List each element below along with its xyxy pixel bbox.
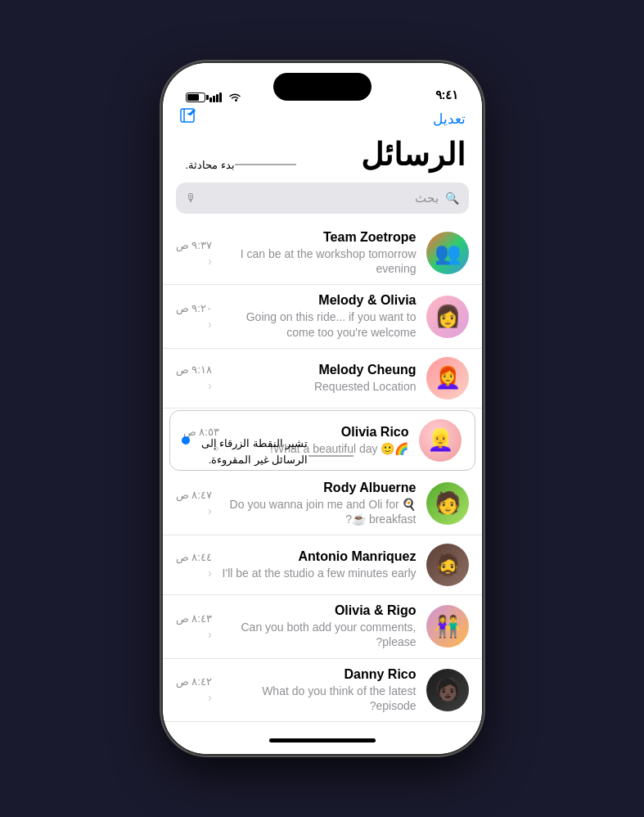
message-preview: I can be at the workshop tomorrow evenin…	[218, 246, 417, 276]
chevron-icon: ‹	[208, 379, 212, 392]
phone-screen: ٩:٤١ تعديل الرسائل	[163, 63, 482, 754]
message-meta: ٩:٣٧ ص ‹	[176, 239, 212, 268]
signal-icon	[209, 93, 224, 102]
avatar: 👱‍♀️	[419, 419, 462, 462]
message-item[interactable]: 👥 Team Zoetrope I can be at the workshop…	[163, 222, 482, 285]
message-item[interactable]: 🧑 Rody Albuerne Do you wanna join me and…	[163, 472, 482, 535]
avatar: 👥	[426, 232, 469, 274]
message-meta: ٨:٤٢ ص ‹	[176, 675, 212, 704]
message-name: Team Zoetrope	[218, 230, 417, 245]
message-preview: Requested Location	[218, 379, 417, 394]
unread-indicator	[182, 436, 190, 445]
page-title-row: الرسائل	[163, 137, 482, 183]
phone-frame: ٩:٤١ تعديل الرسائل	[163, 63, 482, 754]
messages-list: 👥 Team Zoetrope I can be at the workshop…	[163, 222, 482, 726]
svg-rect-0	[209, 97, 212, 102]
message-time: ٨:٤٢ ص	[176, 675, 212, 688]
message-name: Olivia Rico	[226, 425, 409, 440]
avatar: 👫	[426, 605, 469, 648]
message-preview: I'll be at the studio a few minutes earl…	[218, 566, 417, 580]
avatar: 🧑🏿	[426, 669, 469, 711]
message-meta: ٨:٤٣ ص ‹	[176, 612, 212, 641]
message-meta: ٨:٤٧ ص ‹	[176, 489, 212, 517]
message-time: ٩:١٨ ص	[176, 363, 212, 376]
message-content: Rody Albuerne Do you wanna join me and O…	[218, 481, 417, 526]
home-indicator	[163, 726, 482, 754]
search-bar[interactable]: 🔍 بحث 🎙	[176, 183, 469, 214]
message-content: Olivia Rico 🌈🙂 What a beautiful day!	[226, 425, 409, 456]
chevron-icon: ‹	[208, 628, 212, 641]
chevron-icon: ‹	[208, 691, 212, 704]
message-name: Danny Rico	[218, 667, 417, 682]
message-name: Melody Cheung	[218, 363, 417, 377]
message-item[interactable]: 👫 Olivia & Rigo Can you both add your co…	[163, 595, 482, 658]
search-container: 🔍 بحث 🎙	[163, 183, 482, 222]
nav-header: تعديل	[163, 107, 482, 137]
page-title: الرسائل	[179, 137, 466, 173]
message-content: Antonio Manriquez I'll be at the studio …	[218, 549, 417, 580]
home-bar	[269, 738, 376, 743]
message-time: ٩:٣٧ ص	[176, 239, 212, 251]
message-meta: ٨:٤٤ ص ‹	[176, 551, 212, 580]
message-time: ٨:٤٤ ص	[176, 551, 212, 563]
chevron-icon: ‹	[215, 441, 219, 454]
message-content: Melody Cheung Requested Location	[218, 363, 417, 394]
avatar: 🧑	[426, 482, 469, 525]
battery-icon	[186, 93, 205, 102]
message-time: ٩:٢٠ ص	[176, 302, 212, 314]
message-content: Team Zoetrope I can be at the workshop t…	[218, 230, 417, 276]
message-preview: Do you wanna join me and Oli for 🍳☕ brea…	[218, 497, 417, 526]
message-name: Rody Albuerne	[218, 481, 417, 495]
message-preview: Going on this ride... if you want to com…	[218, 309, 417, 339]
message-item[interactable]: 👱‍♀️ Olivia Rico 🌈🙂 What a beautiful day…	[169, 410, 475, 471]
svg-rect-3	[219, 93, 222, 102]
message-preview: Can you both add your comments, please?	[218, 620, 417, 649]
chevron-icon: ‹	[208, 566, 212, 580]
message-time: ٨:٥٣ ص	[183, 426, 219, 438]
svg-rect-1	[213, 96, 215, 102]
message-item[interactable]: 🧑🏿 Danny Rico What do you think of the l…	[163, 659, 482, 722]
status-icons	[186, 93, 241, 102]
avatar: 👩	[426, 296, 469, 338]
search-icon: 🔍	[445, 192, 459, 205]
message-content: Melody & Olivia Going on this ride... if…	[218, 293, 417, 339]
message-name: Olivia & Rigo	[218, 603, 417, 618]
message-item[interactable]: 👩‍🦰 Melody Cheung Requested Location ٩:١…	[163, 349, 482, 408]
svg-rect-2	[216, 94, 218, 102]
message-name: Melody & Olivia	[218, 293, 417, 308]
chevron-icon: ‹	[208, 318, 212, 331]
avatar: 🧔	[426, 544, 469, 586]
message-content: Olivia & Rigo Can you both add your comm…	[218, 603, 417, 649]
message-content: Danny Rico What do you think of the late…	[218, 667, 417, 713]
message-item[interactable]: 🧔 Antonio Manriquez I'll be at the studi…	[163, 535, 482, 595]
edit-button[interactable]: تعديل	[433, 111, 466, 128]
message-time: ٨:٤٧ ص	[176, 489, 212, 501]
message-meta: ٩:١٨ ص ‹	[176, 363, 212, 392]
wifi-icon	[228, 93, 241, 102]
message-name: Antonio Manriquez	[218, 549, 417, 564]
status-time: ٩:٤١	[435, 88, 459, 102]
compose-button[interactable]	[179, 107, 197, 130]
search-placeholder: بحث	[204, 191, 439, 205]
message-meta: ٩:٢٠ ص ‹	[176, 302, 212, 331]
message-item[interactable]: 👩 Melody & Olivia Going on this ride... …	[163, 285, 482, 348]
message-time: ٨:٤٣ ص	[176, 612, 212, 625]
chevron-icon: ‹	[208, 504, 212, 517]
mic-icon[interactable]: 🎙	[186, 192, 197, 205]
avatar: 👩‍🦰	[426, 357, 469, 399]
message-preview: What do you think of the latest episode?	[218, 684, 417, 713]
message-preview: 🌈🙂 What a beautiful day!	[226, 441, 409, 456]
dynamic-island	[273, 73, 372, 101]
message-item[interactable]: 👨 Rigo Rangel August 31, 2018 · August 2…	[163, 722, 482, 726]
chevron-icon: ‹	[208, 255, 212, 268]
